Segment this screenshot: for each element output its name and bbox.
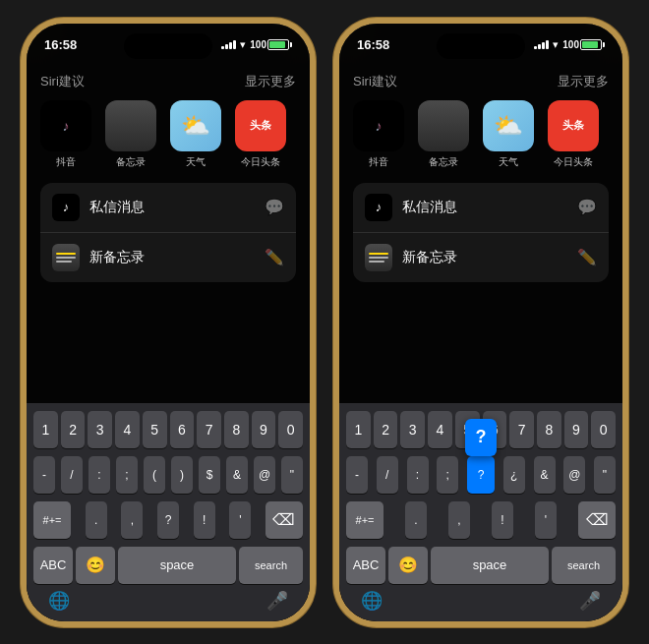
siri-header-left: Siri建议 显示更多	[40, 73, 296, 90]
dynamic-island-right	[437, 33, 525, 59]
key-8-right[interactable]: 8	[537, 411, 561, 448]
list-item-tiktok-left[interactable]: ♪ 私信消息 💬	[40, 183, 296, 233]
status-icons-left: ▾ 100	[221, 38, 292, 51]
key-amp-right[interactable]: &	[534, 456, 556, 494]
siri-more-left[interactable]: 显示更多	[245, 73, 296, 90]
key-space-right[interactable]: space	[431, 547, 549, 584]
keyboard-right: 1 2 3 4 5 6 7 8 9 0 - / : ; ? ¿ & @ " #+…	[339, 403, 622, 621]
wifi-left: ▾	[240, 38, 246, 51]
key-comma-left[interactable]: ,	[121, 501, 143, 539]
signal-left	[221, 39, 236, 49]
app-toutiao-right[interactable]: 头条 今日头条	[548, 100, 599, 169]
list-item-notes-right[interactable]: 新备忘录 ✏️	[353, 233, 609, 282]
key-semi-left[interactable]: ;	[116, 456, 138, 494]
list-item-notes-left[interactable]: 新备忘录 ✏️	[40, 233, 296, 282]
key-slash-right[interactable]: /	[377, 456, 398, 494]
key-invquestion-right[interactable]: ¿	[503, 456, 525, 494]
key-7-left[interactable]: 7	[197, 411, 221, 448]
app-icons-left: ♪ 抖音 备忘录 ⛅ 天气	[40, 100, 296, 169]
key-close-left[interactable]: )	[171, 456, 193, 494]
key-question-callout-right[interactable]: ?	[467, 456, 495, 494]
key-2-right[interactable]: 2	[374, 411, 398, 448]
key-9-left[interactable]: 9	[252, 411, 276, 448]
app-notes-left[interactable]: 备忘录	[105, 100, 156, 169]
key-apos-left[interactable]: '	[229, 501, 251, 539]
spec-row-right: #+= . , ! ' ⌫	[343, 501, 619, 539]
key-search-left[interactable]: search	[239, 547, 303, 584]
keyboard-left: 1 2 3 4 5 6 7 8 9 0 - / : ; ( ) $ & @ " …	[27, 403, 310, 621]
status-icons-right: ▾ 100	[534, 38, 605, 51]
key-abc-left[interactable]: ABC	[33, 547, 73, 584]
key-1-left[interactable]: 1	[33, 411, 58, 448]
key-quote-left[interactable]: "	[281, 456, 303, 494]
spec-row-left: #+= . , ? ! ' ⌫	[30, 501, 306, 539]
app-tiktok-right[interactable]: ♪ 抖音	[353, 100, 404, 169]
key-semi-right[interactable]: ;	[437, 456, 458, 494]
dynamic-island-left	[124, 33, 212, 59]
key-at-right[interactable]: @	[563, 456, 585, 494]
key-123-left[interactable]: #+=	[33, 501, 71, 539]
key-2-left[interactable]: 2	[61, 411, 86, 448]
app-weather-right[interactable]: ⛅ 天气	[483, 100, 534, 169]
key-0-left[interactable]: 0	[278, 411, 303, 448]
key-123-right[interactable]: #+=	[346, 501, 384, 539]
app-tiktok-left[interactable]: ♪ 抖音	[40, 100, 91, 169]
signal-right	[534, 39, 549, 49]
key-exclaim-left[interactable]: !	[194, 501, 215, 539]
key-emoji-right[interactable]: 😊	[388, 547, 428, 584]
key-9-right[interactable]: 9	[564, 411, 589, 448]
key-space-left[interactable]: space	[118, 547, 236, 584]
key-1-right[interactable]: 1	[346, 411, 371, 448]
list-item-tiktok-right[interactable]: ♪ 私信消息 💬	[353, 183, 609, 233]
list-icon-notes-right	[365, 244, 392, 271]
time-right: 16:58	[357, 37, 389, 52]
key-0-right[interactable]: 0	[591, 411, 616, 448]
key-apos-right[interactable]: '	[535, 501, 557, 539]
app-notes-right[interactable]: 备忘录	[418, 100, 469, 169]
siri-more-right[interactable]: 显示更多	[558, 73, 609, 90]
key-3-left[interactable]: 3	[88, 411, 112, 448]
key-dash-left[interactable]: -	[33, 456, 55, 494]
key-colon-right[interactable]: :	[407, 456, 429, 494]
mic-icon-left[interactable]: 🎤	[266, 590, 288, 612]
list-icon-notes-left	[52, 244, 80, 271]
key-dollar-left[interactable]: $	[199, 456, 220, 494]
sym-row-right: - / : ; ? ¿ & @ "	[343, 456, 619, 494]
siri-title-left: Siri建议	[40, 73, 85, 90]
key-open-left[interactable]: (	[144, 456, 165, 494]
key-8-left[interactable]: 8	[224, 411, 249, 448]
key-dot-right[interactable]: .	[405, 501, 427, 539]
key-delete-left[interactable]: ⌫	[266, 501, 303, 539]
sym-row-left: - / : ; ( ) $ & @ "	[30, 456, 306, 494]
app-toutiao-left[interactable]: 头条 今日头条	[235, 100, 286, 169]
key-dot-left[interactable]: .	[86, 501, 107, 539]
key-amp-left[interactable]: &	[226, 456, 248, 494]
key-slash-left[interactable]: /	[61, 456, 83, 494]
key-exclaim-right[interactable]: !	[492, 501, 513, 539]
key-dash-right[interactable]: -	[346, 456, 368, 494]
key-3-right[interactable]: 3	[400, 411, 425, 448]
key-6-left[interactable]: 6	[170, 411, 195, 448]
key-comma-right[interactable]: ,	[448, 501, 470, 539]
key-5-left[interactable]: 5	[143, 411, 167, 448]
phone-left: 16:58 ▾ 100 Siri建议 显示更多	[21, 18, 316, 627]
key-emoji-left[interactable]: 😊	[76, 547, 115, 584]
key-quote-right[interactable]: "	[594, 456, 616, 494]
list-action-edit-right: ✏️	[577, 248, 597, 266]
app-weather-left[interactable]: ⛅ 天气	[170, 100, 221, 169]
key-question-left[interactable]: ?	[157, 501, 179, 539]
key-search-right[interactable]: search	[552, 547, 616, 584]
key-at-left[interactable]: @	[254, 456, 275, 494]
globe-icon-right[interactable]: 🌐	[361, 590, 383, 612]
key-delete-right[interactable]: ⌫	[578, 501, 616, 539]
key-7-right[interactable]: 7	[509, 411, 534, 448]
battery-right: 100	[562, 39, 605, 50]
key-colon-left[interactable]: :	[88, 456, 110, 494]
key-abc-right[interactable]: ABC	[346, 547, 385, 584]
mic-icon-right[interactable]: 🎤	[579, 590, 601, 612]
globe-icon-left[interactable]: 🌐	[48, 590, 70, 612]
list-items-left: ♪ 私信消息 💬 新备忘录 ✏️	[40, 183, 296, 282]
key-4-left[interactable]: 4	[115, 411, 140, 448]
list-items-right: ♪ 私信消息 💬 新备忘录 ✏️	[353, 183, 609, 282]
key-4-right[interactable]: 4	[428, 411, 452, 448]
